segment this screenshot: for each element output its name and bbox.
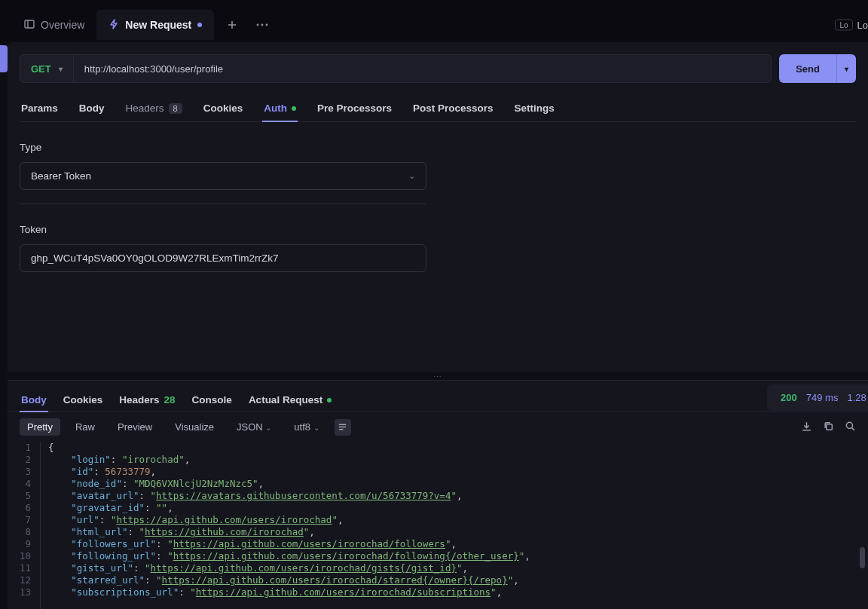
- tab-overview-label: Overview: [41, 19, 84, 31]
- resp-tab-body[interactable]: Body: [20, 388, 48, 412]
- panel-icon: [24, 19, 35, 32]
- encoding-select[interactable]: utf8 ⌄: [286, 418, 326, 436]
- download-button[interactable]: [801, 421, 812, 434]
- unsaved-dot-icon: [197, 23, 202, 27]
- view-preview[interactable]: Preview: [110, 418, 160, 436]
- resp-tab-cookies[interactable]: Cookies: [62, 388, 105, 412]
- token-input[interactable]: [20, 244, 426, 272]
- tab-new-request[interactable]: New Request: [96, 10, 214, 40]
- svg-point-6: [266, 24, 268, 26]
- tab-cookies[interactable]: Cookies: [202, 95, 245, 121]
- method-select[interactable]: GET ▾: [20, 55, 74, 82]
- auth-body: Type Bearer Token ⌄ Token: [20, 122, 426, 292]
- svg-rect-0: [25, 20, 34, 28]
- svg-point-16: [846, 422, 852, 428]
- new-tab-button[interactable]: [220, 13, 244, 37]
- lightning-icon: [108, 19, 119, 32]
- copy-button[interactable]: [823, 421, 834, 434]
- left-accent: [0, 45, 8, 72]
- method-url-bar: GET ▾: [20, 54, 772, 83]
- svg-line-17: [852, 427, 854, 430]
- request-tabs: Params Body Headers 8 Cookies Auth Pre P…: [20, 95, 856, 122]
- response-toolbar: Pretty Raw Preview Visualize JSON ⌄ utf8…: [8, 412, 868, 442]
- tab-params[interactable]: Params: [20, 95, 60, 121]
- headers-count: 8: [169, 103, 182, 114]
- view-raw[interactable]: Raw: [68, 418, 102, 436]
- tab-more-button[interactable]: [250, 13, 274, 37]
- response-tabs: Body Cookies Headers 28 Console Actual R…: [8, 381, 868, 412]
- response-panel: Body Cookies Headers 28 Console Actual R…: [8, 380, 868, 609]
- resp-tab-headers[interactable]: Headers 28: [118, 388, 176, 412]
- tab-pre-processors[interactable]: Pre Processors: [316, 95, 393, 121]
- method-label: GET: [31, 63, 51, 75]
- chevron-down-icon: ⌄: [313, 424, 319, 432]
- view-pretty[interactable]: Pretty: [20, 418, 60, 436]
- svg-rect-15: [827, 424, 833, 430]
- panel-resize-grip[interactable]: ⋯: [8, 372, 868, 380]
- status-size: 1.28 K: [847, 392, 868, 403]
- auth-active-dot-icon: [292, 106, 296, 111]
- scrollbar[interactable]: [860, 547, 865, 568]
- tab-overview[interactable]: Overview: [12, 10, 96, 40]
- chevron-down-icon: ⌄: [408, 171, 415, 181]
- status-time: 749 ms: [806, 392, 839, 403]
- response-status: 200 749 ms 1.28 K: [767, 384, 868, 411]
- tab-headers[interactable]: Headers 8: [124, 95, 184, 121]
- resp-headers-count: 28: [164, 394, 176, 405]
- svg-point-5: [261, 24, 264, 26]
- tab-auth[interactable]: Auth: [262, 95, 298, 121]
- auth-type-label: Type: [20, 142, 426, 153]
- chevron-down-icon: ▾: [59, 65, 63, 73]
- chevron-down-icon: ⌄: [265, 424, 271, 432]
- local-label: Lo: [857, 20, 868, 31]
- tab-new-request-label: New Request: [125, 19, 191, 31]
- json-content: { "login": "irorochad", "id": 56733779, …: [40, 442, 530, 609]
- response-body[interactable]: 1 2 3 4 5 6 7 8 9 10 11 12 13 { "login":…: [8, 442, 868, 609]
- auth-type-select[interactable]: Bearer Token ⌄: [20, 162, 426, 190]
- url-input[interactable]: [74, 55, 771, 82]
- wrap-toggle[interactable]: [335, 419, 351, 436]
- resp-tab-actual[interactable]: Actual Request: [247, 388, 333, 412]
- svg-point-4: [257, 24, 259, 26]
- tab-post-processors[interactable]: Post Processors: [411, 95, 495, 121]
- tab-body[interactable]: Body: [78, 95, 106, 121]
- resp-tab-console[interactable]: Console: [191, 388, 234, 412]
- local-chip: Lo: [835, 20, 852, 31]
- search-button[interactable]: [845, 421, 856, 434]
- format-select[interactable]: JSON ⌄: [229, 418, 279, 436]
- auth-type-value: Bearer Token: [31, 170, 91, 182]
- status-code: 200: [781, 392, 797, 403]
- view-visualize[interactable]: Visualize: [167, 418, 222, 436]
- token-label: Token: [20, 224, 426, 235]
- line-gutter: 1 2 3 4 5 6 7 8 9 10 11 12 13: [20, 442, 40, 609]
- send-label: Send: [779, 54, 836, 83]
- request-panel: GET ▾ Send ▾ Params Body Headers 8 Cooki…: [8, 42, 868, 372]
- send-dropdown[interactable]: ▾: [836, 54, 856, 83]
- local-badge[interactable]: Lo Lo: [835, 20, 868, 31]
- tabs-bar: Overview New Request Lo Lo: [0, 8, 868, 42]
- actual-active-dot-icon: [327, 398, 332, 402]
- send-button[interactable]: Send ▾: [779, 54, 856, 83]
- tab-settings[interactable]: Settings: [513, 95, 556, 121]
- divider: [20, 204, 426, 204]
